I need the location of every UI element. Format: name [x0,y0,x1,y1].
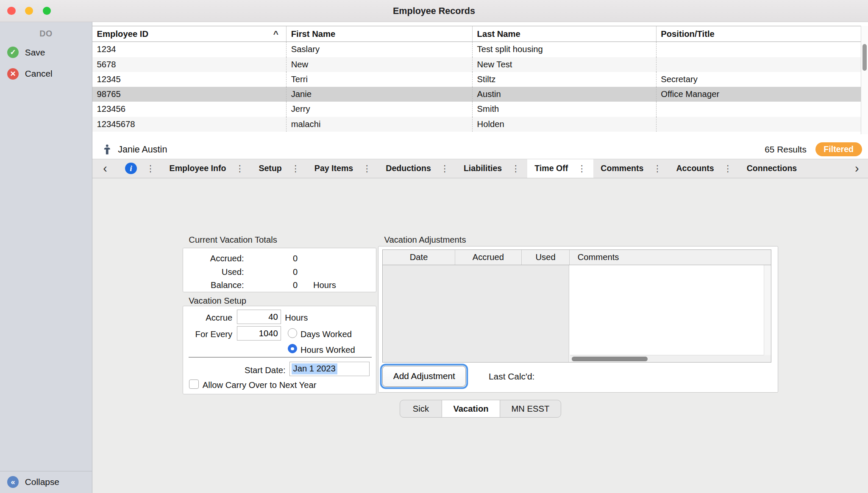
adjustments-table-header: Date Accrued Used Comments [383,250,771,266]
tab-menu-icon[interactable]: ⋮ [577,163,586,174]
column-header-employee-id[interactable]: Employee ID ^ [92,26,286,42]
tab-menu-icon[interactable]: ⋮ [653,163,662,174]
tab-comments[interactable]: Comments ⋮ [593,159,669,178]
employee-table-body: 1234 Saslary Test split housing 5678 New… [92,42,861,132]
tab-menu-icon[interactable]: ⋮ [440,163,449,174]
segment-vacation[interactable]: Vacation [442,400,500,417]
collapse-button[interactable]: « Collapse [0,471,92,493]
sidebar: DO ✓ Save ✕ Cancel « Collapse [0,22,92,493]
save-label: Save [25,47,45,58]
tab-menu-icon[interactable]: ⋮ [146,163,155,174]
last-calcd-label: Last Calc'd: [489,371,534,382]
cancel-label: Cancel [25,69,53,79]
employee-table-header: Employee ID ^ First Name Last Name Posit… [92,26,868,42]
minimize-button[interactable] [25,7,33,15]
tabs-next-button[interactable]: › [846,159,868,178]
tab-menu-icon[interactable]: ⋮ [723,163,732,174]
setup-group-box: Accrue Hours For Every Days Worked Hours… [183,306,376,394]
segment-mn-esst[interactable]: MN ESST [500,400,561,417]
tab-liabilities[interactable]: Liabilities ⋮ [456,159,527,178]
save-button[interactable]: ✓ Save [0,44,92,60]
traffic-lights [7,7,51,15]
accrue-label: Accrue [183,313,232,323]
sidebar-header: DO [0,29,92,39]
tab-setup[interactable]: Setup ⋮ [251,159,307,178]
add-adjustment-button[interactable]: Add Adjustment [382,366,466,386]
accrue-unit-label: Hours [285,313,308,323]
adj-column-comments: Comments [569,250,771,265]
tab-info[interactable]: i ⋮ [118,159,162,178]
adjustments-empty-area [383,265,569,362]
column-header-last-name[interactable]: Last Name [472,26,656,42]
accrued-value: 0 [244,254,298,263]
cancel-button[interactable]: ✕ Cancel [0,66,92,82]
tab-deductions[interactable]: Deductions ⋮ [378,159,456,178]
tabs-prev-button[interactable]: ‹ [92,159,118,178]
hours-worked-radio[interactable] [288,344,297,353]
tab-accounts[interactable]: Accounts ⋮ [669,159,740,178]
totals-group-box: Accrued: 0 Used: 0 Balance: 0 Hours [183,248,376,292]
collapse-label: Collapse [25,477,59,487]
divider [189,357,372,357]
scrollbar-thumb[interactable] [862,44,867,71]
for-every-label: For Every [183,330,232,339]
carry-over-checkbox[interactable] [189,379,198,389]
tab-menu-icon[interactable]: ⋮ [362,163,371,174]
scrollbar-thumb[interactable] [572,357,648,361]
info-icon: i [125,163,136,174]
used-value: 0 [244,267,298,277]
leave-type-segmented-control: Sick Vacation MN ESST [400,400,561,418]
current-record-name: Janie Austin [118,144,167,155]
tab-connections[interactable]: Connections [740,159,804,178]
time-off-panel: Current Vacation Totals Accrued: 0 Used:… [92,178,868,493]
table-vertical-scrollbar[interactable] [861,26,868,134]
adjustments-table: Date Accrued Used Comments [382,249,771,363]
for-every-input[interactable] [237,326,281,341]
hours-unit-label: Hours [298,280,376,290]
table-row[interactable]: 5678 New New Test [92,57,861,72]
table-row-selected[interactable]: 98765 Janie Austin Office Manager [92,87,861,102]
table-row[interactable]: 12345678 malachi Holden [92,117,861,132]
tab-employee-info[interactable]: Employee Info ⋮ [162,159,252,178]
days-worked-radio[interactable] [288,328,297,338]
comments-horizontal-scrollbar[interactable] [570,355,764,362]
tab-pay-items[interactable]: Pay Items ⋮ [307,159,378,178]
totals-group-title: Current Vacation Totals [189,235,277,245]
table-row[interactable]: 123456 Jerry Smith [92,102,861,116]
used-label: Used: [183,267,244,277]
cancel-x-icon: ✕ [7,68,19,80]
record-bar: Janie Austin 65 Results Filtered [92,140,868,158]
start-date-value: Jan 1 2023 [292,363,337,374]
table-row[interactable]: 1234 Saslary Test split housing [92,42,861,57]
sort-up-icon[interactable]: ^ [273,30,278,39]
save-check-icon: ✓ [7,47,19,58]
tab-menu-icon[interactable]: ⋮ [511,163,520,174]
days-worked-label[interactable]: Days Worked [300,330,352,339]
filtered-badge[interactable]: Filtered [815,142,862,156]
main-area: Employee ID ^ First Name Last Name Posit… [92,22,868,493]
accrue-input[interactable] [237,310,281,324]
tab-menu-icon[interactable]: ⋮ [236,163,245,174]
results-count: 65 Results [765,144,807,155]
column-header-first-name[interactable]: First Name [286,26,472,42]
carry-over-label[interactable]: Allow Carry Over to Next Year [203,380,317,390]
column-header-position[interactable]: Position/Title [656,26,868,42]
comments-list-area [570,265,771,362]
adjustments-panel: Date Accrued Used Comments Add [378,246,778,393]
segment-sick[interactable]: Sick [400,400,442,417]
scrollbar-corner [764,355,771,362]
adj-column-date: Date [383,250,455,265]
tab-time-off[interactable]: Time Off ⋮ [527,159,593,178]
tab-menu-icon[interactable]: ⋮ [291,163,300,174]
balance-value: 0 [244,280,298,290]
hours-worked-label[interactable]: Hours Worked [300,345,355,355]
accrued-label: Accrued: [183,254,244,263]
balance-label: Balance: [183,280,244,290]
table-row[interactable]: 12345 Terri Stiltz Secretary [92,72,861,87]
window-title: Employee Records [0,0,868,22]
close-button[interactable] [7,7,16,15]
comments-vertical-scrollbar[interactable] [764,265,771,355]
titlebar: Employee Records [0,0,868,22]
zoom-button[interactable] [43,7,51,15]
start-date-input[interactable]: Jan 1 2023 [289,362,370,376]
